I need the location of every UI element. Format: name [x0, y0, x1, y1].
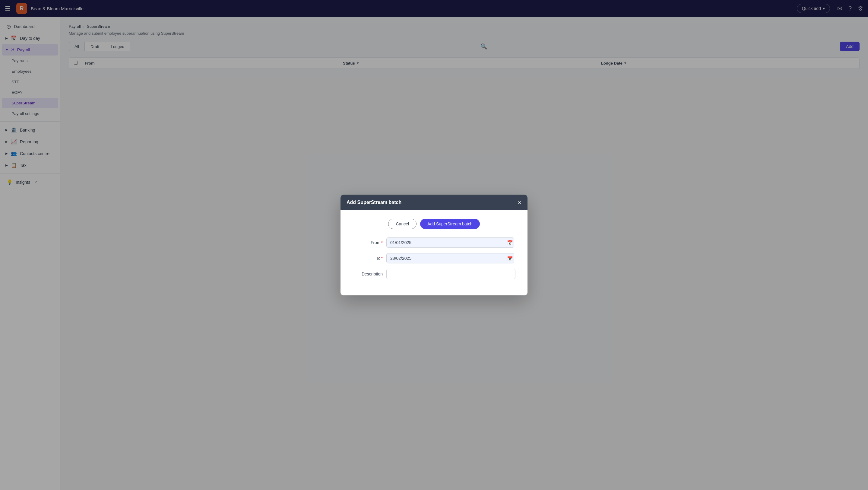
modal-overlay[interactable]: Add SuperStream batch × Cancel Add Super…	[0, 0, 868, 490]
description-field-row: Description	[352, 269, 516, 279]
add-superstream-modal: Add SuperStream batch × Cancel Add Super…	[341, 194, 527, 296]
from-input-wrap: 📅	[386, 238, 516, 248]
submit-button[interactable]: Add SuperStream batch	[420, 219, 479, 229]
cancel-button[interactable]: Cancel	[388, 219, 416, 229]
description-input-wrap	[386, 269, 516, 279]
to-field-row: To* 📅	[352, 253, 516, 264]
description-label: Description	[352, 272, 383, 276]
description-input[interactable]	[386, 269, 516, 279]
from-calendar-button[interactable]: 📅	[504, 240, 516, 246]
to-calendar-button[interactable]: 📅	[504, 255, 516, 261]
from-date-input[interactable]	[386, 238, 514, 248]
modal-header: Add SuperStream batch ×	[341, 194, 527, 210]
from-required-marker: *	[381, 240, 383, 245]
modal-actions: Cancel Add SuperStream batch	[352, 219, 516, 229]
to-required-marker: *	[381, 256, 383, 261]
to-date-input[interactable]	[386, 253, 514, 264]
from-field-row: From* 📅	[352, 238, 516, 248]
to-label: To*	[352, 256, 383, 261]
from-label: From*	[352, 240, 383, 245]
modal-close-button[interactable]: ×	[518, 200, 522, 206]
to-input-wrap: 📅	[386, 253, 516, 264]
modal-body: Cancel Add SuperStream batch From* 📅 To*	[341, 210, 527, 296]
modal-title: Add SuperStream batch	[346, 200, 401, 205]
